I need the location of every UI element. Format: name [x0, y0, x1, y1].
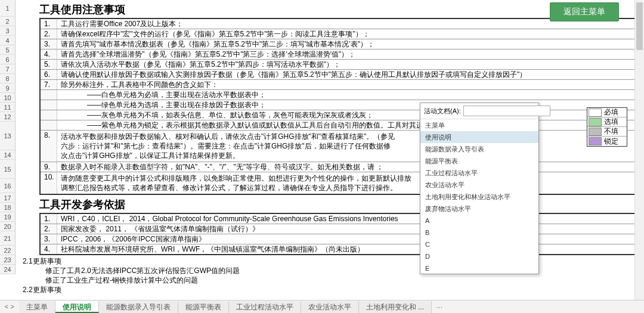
popup-item[interactable]: 能源平衡表	[420, 155, 538, 167]
popup-item[interactable]: D	[420, 250, 538, 262]
ref-num: 1.	[41, 214, 57, 224]
sheet-tab[interactable]: 能源数据录入导引表	[99, 301, 178, 313]
row-header[interactable]: 22	[0, 246, 16, 255]
ref-text: 国家发改委， 2011， 《省级温室气体清单编制指南（试行）》	[57, 224, 637, 234]
row-header[interactable]: 2	[0, 17, 16, 26]
popup-item[interactable]: 主菜单	[420, 119, 538, 131]
row-header[interactable]: 7	[0, 64, 16, 74]
color-note: ——白色单元格为必填，主要出现在活动水平数据表中；	[57, 90, 637, 100]
tab-nav-prev-icon[interactable]: <	[5, 303, 8, 310]
row-header[interactable]: 21	[0, 231, 16, 246]
row-header[interactable]: 19	[0, 212, 16, 222]
section-title-notes: 工具使用注意事项	[39, 2, 638, 17]
note-num: 6.	[41, 70, 57, 79]
note-num: 10.	[41, 172, 57, 194]
row-header[interactable]: 1	[0, 0, 16, 17]
sheet-tab[interactable]: 农业活动水平	[301, 301, 359, 313]
popup-item[interactable]: 土地利用变化和林业活动水平	[420, 191, 538, 203]
updates-block: 2.1更新事项 修正了工具2.0无法选择IPCC第五次评估报告汇GWP值的问题 …	[39, 256, 638, 295]
sheet-tab[interactable]: 主菜单	[19, 301, 55, 313]
legend-label: 不填	[604, 126, 627, 137]
note-text: 请确保excel程序中"宏"文件的运行（参见《指南》第五章5.2节中"第一步：阅…	[57, 29, 637, 39]
popup-item[interactable]: 农业活动水平	[420, 179, 538, 191]
note-num: 7.	[41, 80, 57, 89]
popup-item[interactable]: E	[420, 262, 538, 274]
note-num: 5.	[41, 60, 57, 69]
row-header-gutter: 1 2 3 4 5 6 7 8 9 10 11 12 13 14 15 16 1…	[0, 0, 16, 274]
ref-text: IPCC，2006，《2006年IPCC国家清单指南》	[57, 234, 637, 244]
popup-item[interactable]: 能源数据录入导引表	[420, 143, 538, 155]
note-text: 请首先选择"全球增温潜势"（参见《指南》第五章5.2节中"第三步：选择'全球增温…	[57, 49, 637, 59]
ref-text: WRI，C40，ICLEI， 2014，Global Protocol for …	[57, 214, 637, 224]
row-header[interactable]: 4	[0, 36, 16, 45]
popup-item[interactable]: 使用说明	[420, 131, 538, 143]
note-text: 除另外标注外，工具表格中不同颜色的含义如下：	[57, 80, 637, 89]
row-header[interactable]: 16	[0, 179, 16, 193]
note-num: 3.	[41, 39, 57, 49]
refs-table: 1.WRI，C40，ICLEI， 2014，Global Protocol fo…	[39, 213, 638, 255]
activate-document-popup: 活动文档(A): 主菜单 使用说明 能源数据录入导引表 能源平衡表 工业过程活动…	[420, 103, 539, 274]
row-header[interactable]: 15	[0, 160, 16, 179]
row-header[interactable]: 12	[0, 112, 16, 122]
note-text: 请依次填入活动水平数据（参见《指南》第五章5.2节中"第四步：填写活动水平数据"…	[57, 60, 637, 69]
worksheet-content: 返回主菜单 工具使用注意事项 1.工具运行需要Office 2007及以上版本；…	[16, 0, 644, 295]
section-title-refs: 工具开发参考依据	[39, 197, 638, 212]
popup-list[interactable]: 主菜单 使用说明 能源数据录入导引表 能源平衡表 工业过程活动水平 农业活动水平…	[420, 119, 538, 274]
sheet-tabbar: < > 主菜单 使用说明 能源数据录入导引表 能源平衡表 工业过程活动水平 农业…	[0, 300, 644, 313]
row-header[interactable]: 18	[0, 203, 16, 212]
sheet-tab[interactable]: 能源平衡表	[178, 301, 229, 313]
sheet-tab[interactable]: 使用说明	[55, 301, 99, 313]
tab-overflow-icon[interactable]: ···	[432, 303, 447, 311]
row-header[interactable]: 20	[0, 222, 16, 231]
legend-swatch-gray	[589, 128, 602, 136]
row-header[interactable]: 3	[0, 26, 16, 36]
note-num: 8.	[41, 131, 57, 162]
row-header[interactable]: 23	[0, 255, 16, 265]
ref-num: 4.	[41, 244, 57, 254]
popup-item[interactable]: C	[420, 238, 538, 250]
popup-input[interactable]	[463, 106, 550, 116]
note-text: 请勿随意变更工具中的计算公式和排版顺序，以免影响正常使用。如想进行更为个性化的操…	[57, 172, 637, 194]
scrollbar-thumb[interactable]	[636, 2, 643, 50]
popup-label: 活动文档(A):	[424, 107, 461, 116]
sheet-tab[interactable]: 土地利用变化和 ...	[359, 301, 432, 313]
update-title: 2.2更新事项	[23, 285, 638, 295]
legend-swatch-purple	[589, 137, 602, 145]
return-main-menu-button[interactable]: 返回主菜单	[550, 2, 619, 21]
note-num: 4.	[41, 49, 57, 59]
update-title: 2.1更新事项	[23, 256, 638, 266]
ref-text: 社科院城市发展与环境研究所、WRI，WWF，《中国城镇温室气体清单编制指南》（尚…	[57, 244, 637, 254]
note-text: 请确认使用默认排放因子数据或输入实测排放因子数据（参见《指南》第五章5.2节中"…	[57, 70, 637, 79]
popup-item[interactable]: 工业过程活动水平	[420, 167, 538, 179]
row-header[interactable]: 10	[0, 93, 16, 103]
note-num: 9.	[41, 162, 57, 172]
row-header[interactable]: 5	[0, 45, 16, 55]
row-header[interactable]: 6	[0, 55, 16, 64]
row-header[interactable]: 11	[0, 103, 16, 112]
popup-item[interactable]: B	[420, 227, 538, 238]
legend-label: 必填	[604, 107, 627, 117]
note-text: 请首先填写"城市基本情况数据表（参见《指南》第五章5.2节中"第二步：填写'城市…	[57, 39, 637, 49]
tab-nav-next-icon[interactable]: >	[11, 303, 14, 310]
note-text: 活动水平数据和排放因子数据输入、核对和确认后，请依次点击"计算GHG排放"和"查…	[57, 131, 637, 162]
row-header[interactable]: 8	[0, 74, 16, 83]
note-text: 数据录入时不能录入非数值型字符，如"NA"、"-"、"/"、"无"等字母、符号或…	[57, 162, 637, 172]
legend-swatch-white	[589, 109, 602, 117]
row-header[interactable]: 17	[0, 193, 16, 203]
row-header[interactable]: 13	[0, 122, 16, 150]
popup-item[interactable]: A	[420, 215, 538, 227]
legend-label: 选填	[604, 117, 627, 127]
ref-num: 3.	[41, 234, 57, 244]
note-num: 2.	[41, 29, 57, 39]
legend-swatch-green	[589, 118, 602, 126]
vertical-scrollbar[interactable]	[634, 0, 644, 300]
row-header[interactable]: 24	[0, 265, 16, 274]
color-note: ——紫色单元格为锁定，表示根据其他数据录入默认值或默认数值从工具后台自动引用的数…	[57, 120, 637, 130]
update-line: 修正了工具2.0无法选择IPCC第五次评估报告汇GWP值的问题	[45, 266, 638, 275]
row-header[interactable]: 14	[0, 150, 16, 160]
popup-item[interactable]: 废弃物活动水平	[420, 203, 538, 215]
sheet-tab[interactable]: 工业过程活动水平	[229, 301, 301, 313]
row-header[interactable]: 9	[0, 83, 16, 93]
color-legend: 必填 选填 不填 锁定	[587, 107, 627, 147]
legend-label: 锁定	[604, 137, 627, 147]
